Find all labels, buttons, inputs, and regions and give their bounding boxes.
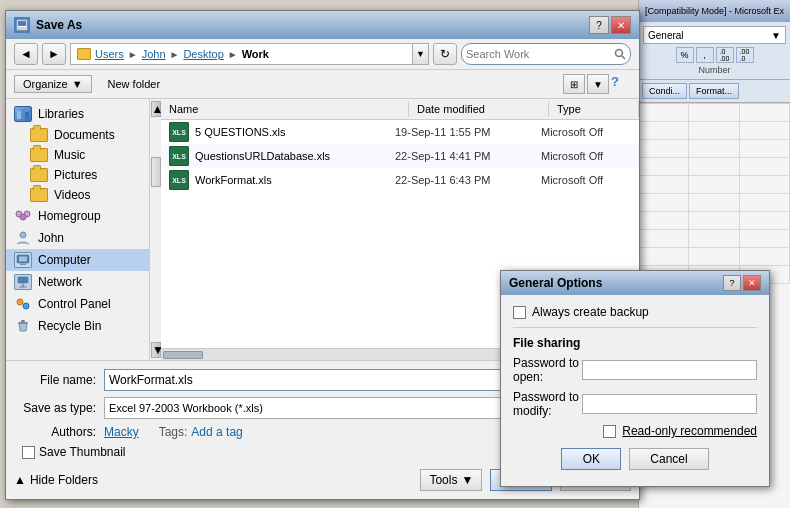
file-list-header: Name Date modified Type [161,99,639,120]
svg-point-10 [20,214,26,220]
options-buttons-row: OK Cancel [513,448,757,476]
sidebar-scroll-up[interactable]: ▲ [151,101,161,117]
help-btn[interactable]: ? [611,74,631,94]
dialog-titlebar: Save As ? ✕ [6,11,639,39]
decrease-decimal-btn[interactable]: .00.0 [736,47,754,63]
homegroup-icon [14,208,32,224]
excel-cell [689,194,739,212]
options-cancel-button[interactable]: Cancel [629,448,708,470]
number-format-dropdown[interactable]: General ▼ [643,26,786,44]
breadcrumb-users: Users [95,48,124,60]
sidebar-item-documents[interactable]: Documents [6,125,160,145]
excel-cell [740,158,790,176]
savetype-value: Excel 97-2003 Workbook (*.xls) [109,402,263,414]
sidebar-label: Control Panel [38,297,111,311]
name-column-header[interactable]: Name [161,101,409,117]
sidebar-item-network[interactable]: Network [6,271,160,293]
svg-rect-21 [18,322,28,324]
sidebar-label: Documents [54,128,115,142]
search-bar[interactable]: Search Work [461,43,631,65]
sidebar-scrollbar[interactable]: ▲ ▼ [149,99,161,360]
excel-cell [639,230,689,248]
refresh-button[interactable]: ↻ [433,43,457,65]
thumbnail-checkbox[interactable] [22,446,35,459]
music-folder-icon [30,148,48,162]
sidebar-item-control-panel[interactable]: Control Panel [6,293,160,315]
password-modify-label: Password to modify: [513,390,582,418]
pictures-folder-icon [30,168,48,182]
file-date: 22-Sep-11 4:41 PM [395,150,535,162]
dialog-title-area: Save As [14,17,82,33]
sidebar-item-music[interactable]: Music [6,145,160,165]
back-button[interactable]: ◄ [14,43,38,65]
sidebar-item-pictures[interactable]: Pictures [6,165,160,185]
close-dialog-btn[interactable]: ✕ [611,16,631,34]
new-folder-button[interactable]: New folder [100,76,169,92]
options-ok-button[interactable]: OK [561,448,621,470]
sidebar-scroll-down[interactable]: ▼ [151,342,161,358]
excel-cell [639,176,689,194]
type-column-header[interactable]: Type [549,101,639,117]
sidebar-scroll-thumb[interactable] [151,157,161,187]
format-btn[interactable]: Format... [689,83,739,99]
breadcrumb-work: Work [242,48,269,60]
svg-rect-7 [25,112,29,119]
tools-button[interactable]: Tools ▼ [420,469,482,491]
view-dropdown-btn[interactable]: ▼ [587,74,609,94]
folder-icon [77,48,91,60]
actions-toolbar: Organize ▼ New folder ⊞ ▼ ? [6,70,639,99]
excel-cell [689,176,739,194]
sidebar-item-recycle-bin[interactable]: Recycle Bin [6,315,160,337]
excel-cell [740,140,790,158]
excel-cell [740,176,790,194]
svg-rect-14 [20,264,26,266]
organize-button[interactable]: Organize ▼ [14,75,92,93]
sidebar-item-computer[interactable]: Computer [6,249,160,271]
increase-decimal-btn[interactable]: .0.00 [716,47,734,63]
password-open-input[interactable] [582,360,757,380]
read-only-checkbox[interactable] [603,425,616,438]
breadcrumb-separator: ► [128,49,138,60]
forward-button[interactable]: ► [42,43,66,65]
excel-cell [639,122,689,140]
sidebar-item-libraries[interactable]: Libraries [6,103,160,125]
sidebar-item-videos[interactable]: Videos [6,185,160,205]
svg-point-3 [616,50,623,57]
file-type: Microsoft Off [541,150,631,162]
read-only-row: Read-only recommended [513,424,757,438]
conditional-format-btn[interactable]: Condi... [642,83,687,99]
options-close-btn[interactable]: ✕ [743,275,761,291]
help-window-btn[interactable]: ? [589,16,609,34]
password-open-label: Password to open: [513,356,582,384]
sidebar-item-homegroup[interactable]: Homegroup [6,205,160,227]
excel-cell [740,230,790,248]
svg-rect-22 [21,320,25,322]
file-item[interactable]: XLS QuestionsURLDatabase.xls 22-Sep-11 4… [161,144,639,168]
h-scroll-thumb[interactable] [163,351,203,359]
excel-cell [740,104,790,122]
password-modify-row: Password to modify: [513,390,757,418]
comma-btn[interactable]: , [696,47,714,63]
options-help-btn[interactable]: ? [723,275,741,291]
excel-titlebar: [Compatibility Mode] - Microsoft Excel [639,0,790,22]
percent-btn[interactable]: % [676,47,694,63]
excel-cell [689,230,739,248]
authors-value[interactable]: Macky [104,425,139,439]
excel-cell [639,158,689,176]
dialog-window-controls: ? ✕ [589,16,631,34]
sidebar-label: Computer [38,253,91,267]
excel-cell [740,212,790,230]
file-item[interactable]: XLS 5 QUESTIONS.xls 19-Sep-11 1:55 PM Mi… [161,120,639,144]
sidebar-item-john[interactable]: John [6,227,160,249]
date-column-header[interactable]: Date modified [409,101,549,117]
view-toggle-btn[interactable]: ⊞ [563,74,585,94]
breadcrumb-bar[interactable]: Users ► John ► Desktop ► Work [70,43,413,65]
breadcrumb-separator: ► [228,49,238,60]
tags-value[interactable]: Add a tag [191,425,242,439]
backup-checkbox[interactable] [513,306,526,319]
password-modify-input[interactable] [582,394,757,414]
search-icon [614,48,626,60]
breadcrumb-dropdown[interactable]: ▼ [413,43,429,65]
file-item[interactable]: XLS WorkFormat.xls 22-Sep-11 6:43 PM Mic… [161,168,639,192]
hide-folders-btn[interactable]: ▲ Hide Folders [14,473,98,487]
